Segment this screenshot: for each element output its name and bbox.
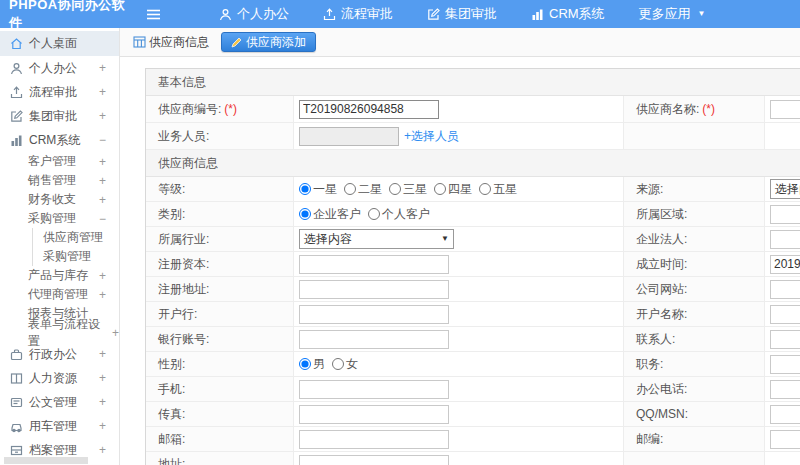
- pencil-icon: [231, 37, 242, 48]
- expand-toggle[interactable]: +: [99, 395, 106, 409]
- sidebar-item-group-approval[interactable]: 集团审批 +: [0, 104, 119, 128]
- expand-toggle[interactable]: +: [99, 419, 106, 433]
- company-website-input[interactable]: [770, 280, 800, 299]
- expand-toggle[interactable]: +: [99, 85, 106, 99]
- field-label: 注册资本:: [146, 252, 294, 276]
- expand-toggle[interactable]: +: [99, 61, 106, 75]
- supplier-code-input[interactable]: [299, 100, 439, 119]
- field-label: 手机:: [146, 377, 294, 401]
- source-select[interactable]: 选择内容 ▼: [770, 179, 800, 199]
- expand-toggle[interactable]: +: [99, 174, 106, 188]
- expand-toggle[interactable]: +: [99, 269, 106, 283]
- book-icon: [10, 372, 23, 385]
- sidebar-item-customer-management[interactable]: 客户管理 +: [0, 152, 119, 171]
- grade-radio[interactable]: [389, 183, 401, 195]
- collapse-toggle[interactable]: −: [99, 133, 106, 147]
- topnav-personal-office[interactable]: 个人办公: [202, 0, 306, 28]
- edit-icon: [10, 110, 23, 123]
- field-label: 开户名称:: [624, 302, 765, 326]
- field-label: 公司网站:: [624, 277, 765, 301]
- expand-toggle[interactable]: +: [99, 288, 106, 302]
- gender-radio[interactable]: [332, 358, 344, 370]
- expand-toggle[interactable]: +: [99, 193, 106, 207]
- supplier-name-input[interactable]: [770, 100, 800, 119]
- expand-toggle[interactable]: +: [99, 347, 106, 361]
- registered-address-input[interactable]: [299, 280, 449, 299]
- sidebar-item-purchase-management[interactable]: 采购管理 −: [0, 209, 119, 228]
- topnav-crm-system[interactable]: CRM系统: [514, 0, 622, 28]
- field-label: 等级:: [146, 177, 294, 201]
- sidebar: 个人桌面 个人办公 + 流程审批 + 集团审批 + CRM系统 − 客户管理 +…: [0, 28, 120, 465]
- sidebar-item-workflow-approval[interactable]: 流程审批 +: [0, 80, 119, 104]
- region-input[interactable]: [770, 205, 800, 224]
- sidebar-item-finance[interactable]: 财务收支 +: [0, 190, 119, 209]
- sidebar-item-product-inventory[interactable]: 产品与库存 +: [0, 266, 119, 285]
- address-input[interactable]: [299, 455, 449, 465]
- sidebar-item-form-workflow-settings[interactable]: 表单与流程设置 +: [0, 323, 119, 342]
- sidebar-item-agent-management[interactable]: 代理商管理 +: [0, 285, 119, 304]
- chart-icon: [531, 8, 544, 21]
- topnav-workflow-approval[interactable]: 流程审批: [306, 0, 410, 28]
- bank-account-input[interactable]: [299, 330, 449, 349]
- form-row: 地址:: [146, 452, 800, 465]
- industry-select[interactable]: 选择内容 ▼: [299, 229, 454, 249]
- sidebar-item-label: 销售管理: [28, 172, 76, 189]
- legal-person-input[interactable]: [770, 230, 800, 249]
- sidebar-item-supplier-management[interactable]: 供应商管理: [32, 228, 119, 247]
- category-radio[interactable]: [299, 208, 311, 220]
- expand-toggle[interactable]: +: [99, 443, 106, 457]
- grade-radio[interactable]: [299, 183, 311, 195]
- form-row: 性别: 男 女 职务:: [146, 352, 800, 377]
- mobile-input[interactable]: [299, 380, 449, 399]
- form-row: 手机: 办公电话:: [146, 377, 800, 402]
- contact-person-input[interactable]: [770, 330, 800, 349]
- expand-toggle[interactable]: +: [99, 371, 106, 385]
- email-input[interactable]: [299, 430, 449, 449]
- sidebar-toggle-button[interactable]: [138, 8, 168, 21]
- field-label: 邮箱:: [146, 427, 294, 451]
- sidebar-item-label: 公文管理: [29, 394, 77, 411]
- founding-date-input[interactable]: [770, 255, 800, 274]
- sidebar-item-crm-system[interactable]: CRM系统 −: [0, 128, 119, 152]
- category-radio[interactable]: [368, 208, 380, 220]
- account-name-input[interactable]: [770, 305, 800, 324]
- collapse-toggle[interactable]: −: [99, 212, 106, 226]
- field-label: 职务:: [624, 352, 765, 376]
- topnav-more-apps[interactable]: 更多应用 ▼: [622, 0, 723, 28]
- sidebar-item-purchasing[interactable]: 采购管理: [32, 247, 119, 266]
- choose-person-link[interactable]: +选择人员: [404, 128, 459, 145]
- tab-supplier-add[interactable]: 供应商添加: [221, 32, 316, 52]
- sidebar-item-vehicle-management[interactable]: 用车管理 +: [0, 414, 119, 438]
- sidebar-item-label: 流程审批: [29, 84, 77, 101]
- registered-capital-input[interactable]: [299, 255, 449, 274]
- expand-toggle[interactable]: +: [99, 109, 106, 123]
- upload-icon: [323, 8, 336, 21]
- form-row: 等级: 一星 二星 三星 四星 五星 来源: 选择内容 ▼: [146, 177, 800, 202]
- sidebar-item-personal-desktop[interactable]: 个人桌面: [0, 31, 119, 56]
- sidebar-item-personal-office[interactable]: 个人办公 +: [0, 56, 119, 80]
- grade-radio[interactable]: [479, 183, 491, 195]
- sidebar-item-document-management[interactable]: 公文管理 +: [0, 390, 119, 414]
- tab-supplier-info[interactable]: 供应商信息: [133, 34, 217, 51]
- gender-radio[interactable]: [299, 358, 311, 370]
- job-title-input[interactable]: [770, 355, 800, 374]
- expand-toggle[interactable]: +: [99, 155, 106, 169]
- office-phone-input[interactable]: [770, 380, 800, 399]
- required-marker: (*): [224, 102, 237, 116]
- expand-toggle[interactable]: +: [112, 326, 119, 340]
- qq-msn-input[interactable]: [770, 405, 800, 424]
- bank-branch-input[interactable]: [299, 305, 449, 324]
- sidebar-item-administration[interactable]: 行政办公 +: [0, 342, 119, 366]
- grade-radio[interactable]: [434, 183, 446, 195]
- sidebar-item-sales-management[interactable]: 销售管理 +: [0, 171, 119, 190]
- grade-radio[interactable]: [344, 183, 356, 195]
- postcode-input[interactable]: [770, 430, 800, 449]
- field-label: 注册地址:: [146, 277, 294, 301]
- topnav-group-approval[interactable]: 集团审批: [410, 0, 514, 28]
- field-label: 类别:: [146, 202, 294, 226]
- sidebar-item-human-resources[interactable]: 人力资源 +: [0, 366, 119, 390]
- sidebar-item-label: CRM系统: [29, 132, 80, 149]
- form-row: 开户行: 开户名称:: [146, 302, 800, 327]
- fax-input[interactable]: [299, 405, 449, 424]
- sales-person-input[interactable]: [299, 127, 399, 146]
